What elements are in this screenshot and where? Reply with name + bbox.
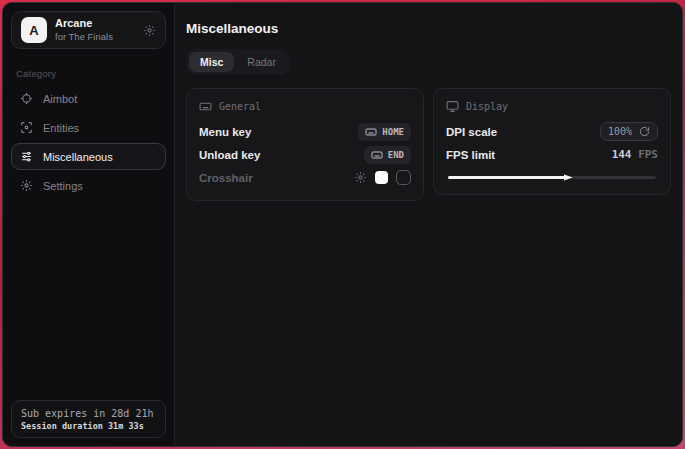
dpi-scale-control[interactable]: 100% xyxy=(600,122,658,141)
monitor-icon xyxy=(446,100,459,113)
page-title: Miscellaneous xyxy=(186,21,671,36)
crosshair-label: Crosshair xyxy=(199,172,253,184)
sidebar-item-aimbot[interactable]: Aimbot xyxy=(11,85,166,112)
general-card-header: General xyxy=(199,100,411,113)
crosshair-color-swatch[interactable] xyxy=(375,171,388,184)
sidebar-item-miscellaneous[interactable]: Miscellaneous xyxy=(11,143,166,170)
general-card-title: General xyxy=(219,101,261,112)
fps-limit-value: 144 FPS xyxy=(612,148,658,161)
dpi-scale-value: 100% xyxy=(608,126,632,137)
tab-bar: Misc Radar xyxy=(186,49,290,75)
display-card-title: Display xyxy=(466,101,508,112)
crosshair-checkbox[interactable] xyxy=(396,170,411,185)
menu-key-row: Menu key HOME xyxy=(199,120,411,143)
sidebar-nav: Aimbot Entities Miscel xyxy=(3,85,174,201)
tab-misc[interactable]: Misc xyxy=(189,52,234,72)
app-title: Arcane xyxy=(55,17,135,31)
fps-limit-slider[interactable] xyxy=(448,173,656,181)
unload-key-button[interactable]: END xyxy=(364,146,411,164)
sliders-icon xyxy=(20,150,33,163)
slider-thumb[interactable] xyxy=(564,173,573,182)
unload-key-row: Unload key END xyxy=(199,143,411,166)
subscription-card: Sub expires in 28d 21h Session duration … xyxy=(11,400,166,438)
entities-icon xyxy=(20,121,33,134)
menu-key-button[interactable]: HOME xyxy=(358,123,411,141)
slider-fill xyxy=(448,176,567,179)
sidebar: A Arcane for The Finals Category xyxy=(3,3,175,446)
keyboard-icon xyxy=(371,149,383,161)
crosshair-icon xyxy=(20,92,33,105)
general-card: General Menu key HOME Unload key xyxy=(186,88,424,201)
keyboard-icon xyxy=(199,100,212,113)
sidebar-item-label: Entities xyxy=(43,122,79,134)
menu-key-label: Menu key xyxy=(199,126,251,138)
gear-icon xyxy=(20,179,33,192)
main-content: Miscellaneous Misc Radar General xyxy=(175,3,683,446)
app-window: A Arcane for The Finals Category xyxy=(2,2,683,447)
unload-key-value: END xyxy=(388,150,404,160)
fps-number: 144 xyxy=(612,148,632,161)
app-subtitle: for The Finals xyxy=(55,31,135,43)
session-duration-text: Session duration 31m 33s xyxy=(21,421,156,431)
dpi-scale-row: DPI scale 100% xyxy=(446,120,658,143)
app-logo: A xyxy=(21,17,47,43)
tab-radar[interactable]: Radar xyxy=(236,52,287,72)
fps-unit: FPS xyxy=(638,148,658,161)
cards-row: General Menu key HOME Unload key xyxy=(186,88,671,201)
crosshair-controls xyxy=(354,170,411,185)
crosshair-settings-gear-icon[interactable] xyxy=(354,171,367,184)
sub-expires-text: Sub expires in 28d 21h xyxy=(21,408,156,419)
display-card: Display DPI scale 100% xyxy=(433,88,671,195)
unload-key-label: Unload key xyxy=(199,149,260,161)
sidebar-item-label: Settings xyxy=(43,180,83,192)
app-names: Arcane for The Finals xyxy=(55,17,135,43)
refresh-icon[interactable] xyxy=(639,126,650,137)
sidebar-item-settings[interactable]: Settings xyxy=(11,172,166,199)
category-label: Category xyxy=(16,68,161,79)
sidebar-item-label: Aimbot xyxy=(43,93,77,105)
app-header-card: A Arcane for The Finals xyxy=(11,11,166,49)
dpi-scale-label: DPI scale xyxy=(446,126,497,138)
keyboard-icon xyxy=(365,126,377,138)
sidebar-item-label: Miscellaneous xyxy=(43,151,113,163)
gear-icon[interactable] xyxy=(143,24,156,37)
fps-limit-row: FPS limit 144 FPS xyxy=(446,143,658,166)
menu-key-value: HOME xyxy=(382,127,404,137)
display-card-header: Display xyxy=(446,100,658,113)
crosshair-row: Crosshair xyxy=(199,166,411,189)
fps-limit-label: FPS limit xyxy=(446,149,495,161)
sidebar-item-entities[interactable]: Entities xyxy=(11,114,166,141)
